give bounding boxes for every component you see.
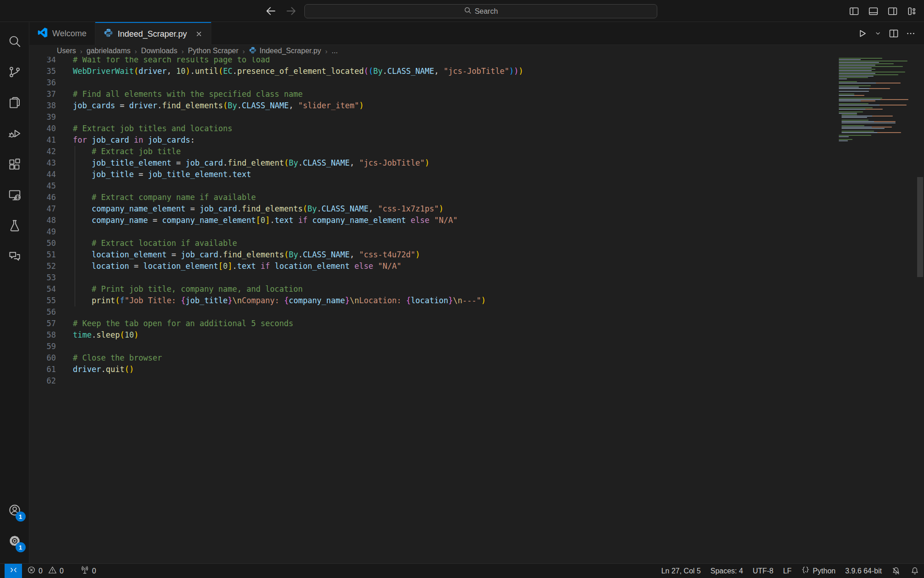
- customize-layout-icon[interactable]: [906, 5, 918, 17]
- scrollbar-thumb[interactable]: [917, 177, 923, 277]
- activity-comments[interactable]: [0, 242, 29, 272]
- code-line-48[interactable]: 48 company_name = company_name_element[0…: [29, 215, 924, 226]
- code-line-46[interactable]: 46 # Extract company name if available: [29, 192, 924, 203]
- activity-search[interactable]: [0, 27, 29, 57]
- activity-extensions[interactable]: [0, 150, 29, 180]
- remote-indicator[interactable]: [5, 564, 22, 578]
- toggle-sidebar-left-icon[interactable]: [848, 5, 860, 17]
- breadcrumb-item[interactable]: Python Scraper: [188, 47, 238, 55]
- line-content: print(f"Job Title: {job_title}\nCompany:…: [56, 295, 486, 306]
- minimap-line: [839, 135, 871, 136]
- line-number: 42: [29, 146, 56, 157]
- code-line-34[interactable]: 34# Wait for the search results page to …: [29, 57, 924, 66]
- breadcrumb-item[interactable]: Users: [57, 47, 76, 55]
- activity-testing[interactable]: [0, 211, 29, 242]
- code-line-60[interactable]: 60# Close the browser: [29, 352, 924, 364]
- code-line-38[interactable]: 38job_cards = driver.find_elements(By.CL…: [29, 100, 924, 111]
- code-line-50[interactable]: 50 # Extract location if available: [29, 238, 924, 249]
- ports-indicator[interactable]: 0: [75, 564, 101, 578]
- code-line-56[interactable]: 56: [29, 306, 924, 318]
- minimap[interactable]: [839, 58, 912, 143]
- line-content: location = location_element[0].text if l…: [56, 261, 402, 272]
- code-line-42[interactable]: 42 # Extract job title: [29, 146, 924, 157]
- code-line-44[interactable]: 44 job_title = job_title_element.text: [29, 169, 924, 180]
- cursor-position[interactable]: Ln 27, Col 5: [661, 567, 701, 575]
- python-interpreter[interactable]: 3.9.6 64-bit: [845, 567, 882, 575]
- line-number: 62: [29, 375, 56, 387]
- activity-remote-explorer[interactable]: [0, 180, 29, 211]
- breadcrumb-item[interactable]: Downloads: [141, 47, 177, 55]
- code-line-36[interactable]: 36: [29, 77, 924, 89]
- editor[interactable]: 34# Wait for the search results page to …: [29, 57, 924, 563]
- run-dropdown-chevron-icon[interactable]: [874, 29, 882, 37]
- line-number: 39: [29, 111, 56, 123]
- more-actions-icon[interactable]: [906, 28, 916, 39]
- problems-indicator[interactable]: 0 0: [22, 564, 69, 578]
- code-line-39[interactable]: 39: [29, 111, 924, 123]
- forward-icon[interactable]: [285, 5, 297, 17]
- language-mode[interactable]: Python: [801, 566, 836, 576]
- tab-bar: Welcome Indeed_Scraper.py: [29, 22, 924, 45]
- run-python-file-icon[interactable]: [857, 28, 868, 39]
- toggle-panel-icon[interactable]: [867, 5, 879, 17]
- split-editor-icon[interactable]: [888, 28, 899, 39]
- tab-welcome[interactable]: Welcome: [29, 22, 95, 45]
- code-line-59[interactable]: 59: [29, 341, 924, 352]
- breadcrumb-item[interactable]: Indeed_Scraper.py: [249, 46, 321, 56]
- line-content: for job_card in job_cards:: [56, 134, 195, 146]
- code-line-49[interactable]: 49: [29, 226, 924, 238]
- line-number: 45: [29, 180, 56, 192]
- minimap-line: [839, 72, 905, 72]
- code-line-54[interactable]: 54 # Print job title, company name, and …: [29, 283, 924, 295]
- minimap-line: [839, 67, 872, 68]
- minimap-line: [839, 95, 864, 96]
- code-line-53[interactable]: 53: [29, 272, 924, 283]
- tab-label: Welcome: [52, 29, 87, 39]
- code-line-57[interactable]: 57# Keep the tab open for an additional …: [29, 318, 924, 329]
- activity-run-and-debug[interactable]: [0, 119, 29, 150]
- code-line-58[interactable]: 58time.sleep(10): [29, 329, 924, 341]
- back-icon[interactable]: [265, 5, 277, 17]
- activity-source-control[interactable]: [0, 57, 29, 88]
- toggle-sidebar-right-icon[interactable]: [886, 5, 898, 17]
- code-line-47[interactable]: 47 company_name_element = job_card.find_…: [29, 203, 924, 215]
- line-number: 35: [29, 66, 56, 77]
- activity-explorer[interactable]: [0, 88, 29, 119]
- breadcrumb-separator: ›: [182, 47, 184, 55]
- activity-accounts[interactable]: 1: [0, 495, 29, 526]
- encoding[interactable]: UTF-8: [753, 567, 773, 575]
- line-content: [56, 341, 73, 352]
- code-line-40[interactable]: 40# Extract job titles and locations: [29, 123, 924, 134]
- eol-sequence[interactable]: LF: [783, 567, 792, 575]
- line-number: 38: [29, 100, 56, 111]
- minimap-line: [839, 76, 874, 77]
- code-line-61[interactable]: 61driver.quit(): [29, 364, 924, 375]
- code-line-55[interactable]: 55 print(f"Job Title: {job_title}\nCompa…: [29, 295, 924, 306]
- code-line-62[interactable]: 62: [29, 375, 924, 387]
- indent-guide: [75, 169, 75, 180]
- code-line-41[interactable]: 41for job_card in job_cards:: [29, 134, 924, 146]
- indentation[interactable]: Spaces: 4: [710, 567, 743, 575]
- close-tab-icon[interactable]: [195, 30, 203, 38]
- line-number: 52: [29, 261, 56, 272]
- code-line-45[interactable]: 45: [29, 180, 924, 192]
- minimap-line: [839, 84, 912, 85]
- code-line-52[interactable]: 52 location = location_element[0].text i…: [29, 261, 924, 272]
- title-bar: Search: [0, 0, 924, 22]
- minimap-line: [839, 74, 898, 75]
- activity-settings[interactable]: 1: [0, 526, 29, 557]
- code-area[interactable]: 34# Wait for the search results page to …: [29, 57, 924, 387]
- code-line-35[interactable]: 35WebDriverWait(driver, 10).until(EC.pre…: [29, 66, 924, 77]
- command-center-search[interactable]: Search: [304, 4, 657, 18]
- do-not-disturb-icon[interactable]: [891, 567, 901, 576]
- code-line-51[interactable]: 51 location_element = job_card.find_elem…: [29, 249, 924, 261]
- line-content: company_name = company_name_element[0].t…: [56, 215, 457, 226]
- code-line-43[interactable]: 43 job_title_element = job_card.find_ele…: [29, 157, 924, 169]
- code-line-37[interactable]: 37# Find all elements with the specified…: [29, 89, 924, 100]
- tab-indeed-scraper[interactable]: Indeed_Scraper.py: [95, 22, 211, 45]
- breadcrumb-item[interactable]: ...: [332, 47, 338, 55]
- breadcrumb-item[interactable]: gabrieladams: [87, 47, 131, 55]
- line-content: job_cards = driver.find_elements(By.CLAS…: [56, 100, 364, 111]
- notifications-bell-icon[interactable]: [910, 567, 919, 576]
- indent-guide: [75, 157, 75, 169]
